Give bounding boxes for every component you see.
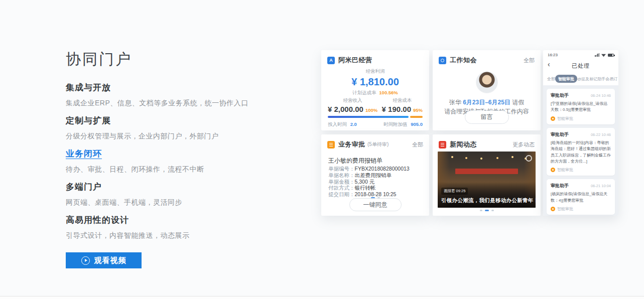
phone-nav-bar: ‹ 已处理 <box>543 60 618 72</box>
doc-detail-rows: 单据编号： FYBX20180828000013 单据名称： 出差费用报销单 单… <box>328 166 410 198</box>
badge-label: 智能审批 <box>557 167 573 173</box>
row-label: 付款方式： <box>328 185 355 191</box>
card-title: 业务审批 <box>338 140 365 149</box>
feature-integration: 集成与开放 集成企业ERP、信息、文档等多业务系统，统一协作入口 <box>66 82 287 108</box>
income-cost-row: 经营收入 ¥ 2,000.00 100% 经营成本 ¥ 190.00 95% <box>328 97 423 113</box>
watch-video-button[interactable]: 观看视频 <box>66 252 142 268</box>
message-sender: 审批助手 <box>551 183 569 189</box>
feature-usability: 高易用性的设计 引导式设计，内容智能推送，动态展示 <box>66 214 287 240</box>
message-sender: 审批助手 <box>551 131 569 138</box>
row-value: 出差费用报销单 <box>355 172 392 179</box>
play-icon <box>81 256 90 265</box>
leave-dates: 6月23日–6月25日 <box>463 99 510 106</box>
avatar <box>476 71 498 93</box>
time-value: 2.0 <box>350 121 357 127</box>
badge-label: 智能审批 <box>557 116 573 121</box>
document-icon <box>329 143 333 146</box>
profit-label: 经营利润 <box>321 68 429 75</box>
card-header: 业务审批 (5单待审) 全部 <box>321 134 429 149</box>
amoeba-app-icon: A <box>327 57 335 64</box>
card-title: 阿米巴经营 <box>338 56 372 65</box>
message-time: 06-21 10:04 <box>591 184 611 188</box>
doc-row: 单据名称： 出差费用报销单 <box>328 172 410 179</box>
card-header: 工作知会 全部 <box>433 50 541 65</box>
phone-tab-bar: 全部 智能审批 @提及 标记助手 会易订 <box>543 72 618 86</box>
feature-desc: 集成企业ERP、信息、文档等多业务系统，统一协作入口 <box>66 99 287 108</box>
wifi-icon <box>601 53 606 57</box>
tab-mentions[interactable]: @提及 <box>577 76 589 82</box>
tab-all[interactable]: 全部 <box>547 76 555 82</box>
feature-heading-active[interactable]: 业务闭环 <box>66 148 287 160</box>
back-chevron-icon[interactable]: ‹ <box>548 60 550 68</box>
message-badge: 智能审批 <box>551 206 611 212</box>
tab-booking[interactable]: 会易订 <box>605 76 617 82</box>
tab-smart-approval-active[interactable]: 智能审批 <box>555 75 577 83</box>
smart-approval-icon <box>551 168 555 172</box>
feature-heading[interactable]: 集成与开放 <box>66 82 287 93</box>
dot-active[interactable] <box>485 210 489 211</box>
all-link[interactable]: 全部 <box>412 141 423 148</box>
feature-multi-terminal: 多端门户 网页端、桌面端、手机端，灵活同步 <box>66 181 287 207</box>
expense-doc-title: 王小敏的费用报销单 <box>328 157 382 165</box>
news-author: 画报君 <box>444 189 455 193</box>
carousel-dots[interactable] <box>433 210 541 211</box>
progress-bar <box>328 116 423 118</box>
feature-heading[interactable]: 多端门户 <box>66 181 287 193</box>
row-label: 单据金额： <box>328 179 355 185</box>
plan-rate: 计划达成率 100.56% <box>321 90 429 96</box>
news-time: 09:25 <box>456 189 466 193</box>
message-time: 06-24 10:46 <box>591 93 611 98</box>
message-card[interactable]: 审批助手 06-24 10:46 [宁亚丽的请假(请假信息_请假总天数：0.5)… <box>547 89 615 124</box>
dot[interactable] <box>491 210 494 211</box>
tab-mark-assistant[interactable]: 标记助手 <box>589 76 605 82</box>
message-time: 06-22 10:46 <box>591 132 611 137</box>
work-notice-app-icon <box>439 57 446 64</box>
time-label: 投入时间 <box>328 121 347 127</box>
message-badge: 智能审批 <box>551 167 611 173</box>
message-card[interactable]: 审批助手 06-22 10:46 [给海燕姐的一封信]内容：尊敬的海燕姐：您好！… <box>547 128 615 176</box>
card-title: 工作知会 <box>450 56 477 65</box>
badge-label: 智能审批 <box>557 206 573 212</box>
red-banner-decor <box>455 169 518 174</box>
pending-count: (5单待审) <box>367 141 389 148</box>
next-section-strip <box>0 296 644 299</box>
more-news-link[interactable]: 更多动态 <box>512 141 535 148</box>
feature-desc: 引导式设计，内容智能推送，动态展示 <box>66 231 287 240</box>
message-badge: 智能审批 <box>551 116 611 121</box>
feature-heading[interactable]: 定制与扩展 <box>66 115 287 126</box>
progress-blue-segment <box>328 116 409 118</box>
notice-line: 张华 6月23日–6月25日 请假 <box>433 98 541 107</box>
gear-icon <box>441 59 444 62</box>
phone-screenshot: 16:23 ‹ 已处理 全部 智能审批 @提及 标记助手 会易订 审批助手 06… <box>543 50 618 216</box>
camera-icon <box>526 155 532 162</box>
message-text: [宁亚丽的请假(请假信息_请假总天数：0.5)]需要您审批 <box>551 101 611 113</box>
profit-value: ¥ 1,810.00 <box>321 76 429 88</box>
all-link[interactable]: 全部 <box>524 57 535 64</box>
news-app-icon <box>439 141 446 148</box>
dot[interactable] <box>480 210 482 211</box>
row-value: 5,300 元 <box>355 179 375 185</box>
row-value: FYBX20180828000013 <box>355 166 410 172</box>
leave-message-button[interactable]: 留言 <box>465 110 509 124</box>
status-icons <box>595 53 614 57</box>
page: 协同门户 集成与开放 集成企业ERP、信息、文档等多业务系统，统一协作入口 定制… <box>0 0 644 299</box>
feature-heading[interactable]: 高易用性的设计 <box>66 214 287 226</box>
cost-percent: 95% <box>413 107 423 113</box>
income-value: ¥ 2,000.00 <box>328 105 363 113</box>
plan-label: 计划达成率 <box>352 90 376 95</box>
message-text: [杨岚的请假(请假信息_请假总天数：4)]需要您审批 <box>551 191 611 204</box>
one-click-approve-button[interactable]: 一键同意 <box>349 198 402 211</box>
approval-app-icon <box>327 141 335 148</box>
doc-row: 付款方式： 银行转帐 <box>328 185 410 191</box>
cost-label: 经营成本 <box>382 97 423 104</box>
page-title: 协同门户 <box>66 49 287 70</box>
card-header: 新闻动态 更多动态 <box>433 134 541 149</box>
income-label: 经营收入 <box>328 97 377 104</box>
income-percent: 100% <box>365 107 377 113</box>
message-card[interactable]: 审批助手 06-21 10:04 [杨岚的请假(请假信息_请假总天数：4)]需要… <box>547 179 615 215</box>
doc-row: 单据金额： 5,300 元 <box>328 179 410 185</box>
plan-value: 100.56% <box>379 90 398 95</box>
feature-column: 协同门户 集成与开放 集成企业ERP、信息、文档等多业务系统，统一协作入口 定制… <box>66 49 287 268</box>
news-image[interactable]: 画报君 09:25 引领办公潮流，我们是移动办公新青年！ <box>438 152 536 208</box>
added-value-label: 时间附加值 <box>383 121 408 127</box>
